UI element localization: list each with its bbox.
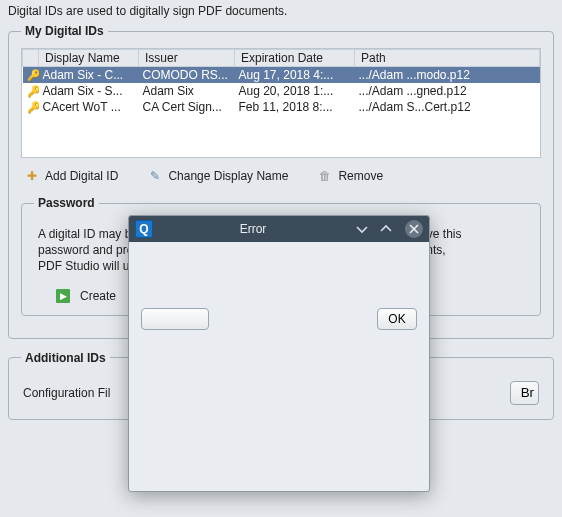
cell-expiration: Aug 17, 2018 4:... xyxy=(235,67,355,83)
cell-path: .../Adam S...Cert.p12 xyxy=(355,99,540,115)
ok-button[interactable]: OK xyxy=(377,308,417,330)
table-row[interactable]: 🔑Adam Six - C...COMODO RS...Aug 17, 2018… xyxy=(23,67,540,83)
add-icon: ✚ xyxy=(25,169,39,183)
cell-display-name: CAcert WoT ... xyxy=(39,99,139,115)
col-display-name[interactable]: Display Name xyxy=(39,50,139,67)
password-legend: Password xyxy=(34,196,99,210)
add-digital-id-button[interactable]: ✚ Add Digital ID xyxy=(25,166,118,186)
cell-path: .../Adam ...modo.p12 xyxy=(355,67,540,83)
key-icon: 🔑 xyxy=(23,83,39,99)
dialog-titlebar[interactable]: Q Error xyxy=(129,216,429,242)
col-icon xyxy=(23,50,39,67)
minimize-icon[interactable] xyxy=(353,220,371,238)
table-row[interactable]: 🔑Adam Six - S...Adam SixAug 20, 2018 1:.… xyxy=(23,83,540,99)
change-display-name-button[interactable]: ✎ Change Display Name xyxy=(148,166,288,186)
cell-expiration: Feb 11, 2018 8:... xyxy=(235,99,355,115)
cell-issuer: Adam Six xyxy=(139,83,235,99)
table-row[interactable]: 🔑CAcert WoT ...CA Cert Sign...Feb 11, 20… xyxy=(23,99,540,115)
change-display-name-label: Change Display Name xyxy=(168,169,288,183)
key-icon: 🔑 xyxy=(23,99,39,115)
app-icon: Q xyxy=(135,220,153,238)
edit-icon: ✎ xyxy=(148,169,162,183)
cell-display-name: Adam Six - C... xyxy=(39,67,139,83)
create-password-button[interactable]: Create xyxy=(80,289,116,303)
cell-path: .../Adam ...gned.p12 xyxy=(355,83,540,99)
cell-issuer: COMODO RS... xyxy=(139,67,235,83)
col-expiration[interactable]: Expiration Date xyxy=(235,50,355,67)
trash-icon: 🗑 xyxy=(318,169,332,183)
key-icon: 🔑 xyxy=(23,67,39,83)
browse-button[interactable]: Br xyxy=(510,381,539,405)
my-digital-ids-legend: My Digital IDs xyxy=(21,24,108,38)
close-icon[interactable] xyxy=(405,220,423,238)
remove-button[interactable]: 🗑 Remove xyxy=(318,166,383,186)
dialog-left-button[interactable] xyxy=(141,308,209,330)
maximize-icon[interactable] xyxy=(377,220,395,238)
additional-ids-legend: Additional IDs xyxy=(21,351,110,365)
add-digital-id-label: Add Digital ID xyxy=(45,169,118,183)
digital-ids-table[interactable]: Display Name Issuer Expiration Date Path… xyxy=(21,48,541,158)
configuration-file-label: Configuration Fil xyxy=(23,386,110,400)
col-issuer[interactable]: Issuer xyxy=(139,50,235,67)
remove-label: Remove xyxy=(338,169,383,183)
col-path[interactable]: Path xyxy=(355,50,540,67)
cell-issuer: CA Cert Sign... xyxy=(139,99,235,115)
error-dialog: Q Error OK xyxy=(128,215,430,492)
cell-display-name: Adam Six - S... xyxy=(39,83,139,99)
dialog-title: Error xyxy=(159,222,347,236)
cell-expiration: Aug 20, 2018 1:... xyxy=(235,83,355,99)
intro-text: Digital IDs are used to digitally sign P… xyxy=(8,4,554,18)
play-icon: ▶ xyxy=(56,289,70,303)
